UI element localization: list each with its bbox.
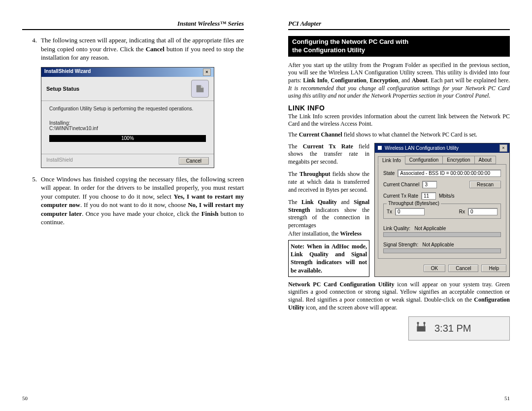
ok-button[interactable]: OK (424, 265, 445, 272)
note-box: Note: When in AdHoc mode, Link Quality a… (288, 240, 369, 277)
lq-label: Link Quality: (383, 226, 410, 231)
page-num-left: 50 (22, 395, 28, 401)
dialog-body: Configuration Utility Setup is performin… (41, 101, 214, 154)
right-page: PCI Adapter Configuring the Network PC C… (266, 0, 532, 411)
rescan-button[interactable]: Rescan (469, 181, 501, 188)
txrate-row: Current Tx Rate 11 Mbits/s (383, 192, 501, 200)
throughput-title: Throughput (Bytes/sec) (387, 201, 441, 206)
txrate-value: 11 (421, 192, 436, 200)
ss-bar (383, 248, 501, 253)
system-tray: 3:31 PM (408, 316, 510, 341)
cancel-button[interactable]: Cancel (448, 265, 478, 272)
section-title-bar: Configuring the Network PC Card with the… (288, 36, 510, 57)
intro-b1: Link Info (303, 77, 328, 84)
intro-t2: . Each part will be explained here. (428, 77, 510, 84)
tab-link-info[interactable]: Link Info (378, 156, 405, 165)
rx-label: Rx (459, 209, 465, 214)
rx-value: 0 (468, 208, 498, 215)
ch-t1: The (288, 131, 299, 138)
left-column: The Current Tx Rate field shows the tran… (288, 143, 369, 277)
intro-b3: Encryption (370, 77, 399, 84)
install-path: C:\WINNT\netcw10.inf (49, 126, 206, 131)
section-title-2: the Configuration Utility (292, 46, 365, 54)
s5-t2: . If you do not want to do it now, choos… (80, 201, 188, 208)
ch-t2: field shows to what channel the Network … (342, 131, 477, 138)
svg-point-2 (417, 322, 419, 324)
lq2: and (337, 199, 354, 206)
step-4-num: 4. (22, 36, 41, 62)
dialog-header: Setup Status (41, 77, 214, 101)
intro-text: After you start up the utility from the … (288, 62, 510, 100)
config-utility-dialog: Wireless LAN Configuration Utility × Lin… (374, 143, 510, 277)
left-header: Instant Wireless™ Series (22, 20, 244, 30)
footer-t2: icon, and the screen above will appear. (304, 304, 398, 311)
dialog-title: InstallShield Wizard (44, 68, 91, 76)
dialog-line1: Configuration Utility Setup is performin… (49, 106, 206, 111)
intro-italic: It is recommended that you change all co… (288, 85, 510, 100)
installshield-brand: InstallShield (46, 157, 73, 163)
footer-text: Network PC Card Configuration Utility ic… (288, 281, 510, 311)
after-install: After installation, the Wireless (288, 230, 369, 238)
help-button[interactable]: Help (481, 265, 506, 272)
s5-b3: Finish (201, 210, 219, 217)
current-channel-text: The Current Channel field shows to what … (288, 131, 510, 139)
step-4: 4. The following screen will appear, ind… (22, 36, 244, 62)
intro-b2: Configuration (331, 77, 366, 84)
close-icon[interactable]: × (203, 68, 211, 76)
footer-b1: Network PC Card Configuration Utility (288, 281, 395, 288)
channel-row: Current Channel 3 Rescan (383, 181, 501, 188)
progress-bar: 100% (49, 135, 206, 142)
lq-b3: Link Quality (301, 199, 337, 206)
two-column: The Current Tx Rate field shows the tran… (288, 143, 510, 277)
cancel-button[interactable]: Cancel (179, 157, 209, 165)
button-row: OK Cancel Help (375, 262, 509, 275)
after-b5: Wireless (340, 230, 362, 237)
left-page: Instant Wireless™ Series 4. The followin… (0, 0, 266, 411)
tab-encryption[interactable]: Encryption (442, 156, 474, 164)
channel-value: 3 (422, 181, 437, 188)
state-row: State Associated - BSS ID = 00:00:00:00:… (383, 170, 501, 177)
lq-row: Link Quality: Not Applicable (383, 226, 501, 237)
step-4-text: The following screen will appear, indica… (41, 36, 244, 62)
tab-panel: State Associated - BSS ID = 00:00:00:00:… (378, 164, 506, 259)
dialog-titlebar: InstallShield Wizard × (41, 68, 214, 77)
tray-icon[interactable] (415, 321, 428, 336)
throughput-para: The Throughput fields show the rate at w… (288, 171, 369, 194)
lq-para: The Link Quality and Signal Strength ind… (288, 199, 369, 229)
tx1: The (288, 143, 303, 150)
tab-configuration[interactable]: Configuration (405, 156, 443, 164)
s5-t3: . Once you have made your choice, click … (82, 210, 201, 217)
right-header: PCI Adapter (288, 20, 510, 30)
installing-label: Installing: (49, 120, 206, 126)
section-title-1: Configuring the Network PC Card with (292, 38, 408, 45)
txrate-unit: Mbits/s (439, 193, 455, 199)
lq1: The (288, 199, 301, 206)
close-icon[interactable]: × (499, 144, 507, 152)
cfg-title: Wireless LAN Configuration Utility (385, 145, 459, 151)
after1: After installation, the (288, 230, 340, 237)
state-value: Associated - BSS ID = 00:00:00:00:00:00 (398, 170, 501, 177)
link-info-intro: The Link Info screen provides informatio… (288, 113, 510, 128)
ss-value: Not Applicable (423, 242, 454, 247)
tx-b1: Current Tx Rate (303, 143, 353, 150)
installshield-dialog: InstallShield Wizard × Setup Status Conf… (41, 67, 214, 168)
throughput-group: Throughput (Bytes/sec) Tx 0 Rx 0 (383, 204, 501, 219)
link-info-heading: LINK INFO (288, 104, 510, 112)
throughput-row: Tx 0 Rx 0 (387, 208, 498, 215)
txrate-label: Current Tx Rate (383, 193, 418, 199)
tab-about[interactable]: About (474, 156, 496, 164)
tx-label: Tx (387, 209, 392, 214)
s4-b1: Cancel (146, 45, 165, 53)
page-num-right: 51 (504, 395, 510, 401)
lq-bar (383, 232, 501, 237)
intro-b4: About (412, 77, 428, 84)
tp-b2: Throughput (299, 171, 330, 177)
svg-rect-1 (417, 326, 425, 332)
svg-point-3 (423, 322, 425, 324)
tray-time: 3:31 PM (434, 323, 471, 334)
ch-b: Current Channel (299, 131, 342, 138)
step-5-num: 5. (22, 175, 41, 227)
ss-row: Signal Strength: Not Applicable (383, 242, 501, 253)
intro-c3: , and (399, 77, 412, 84)
step-5-text: Once Windows has finished copying the ne… (41, 175, 244, 227)
